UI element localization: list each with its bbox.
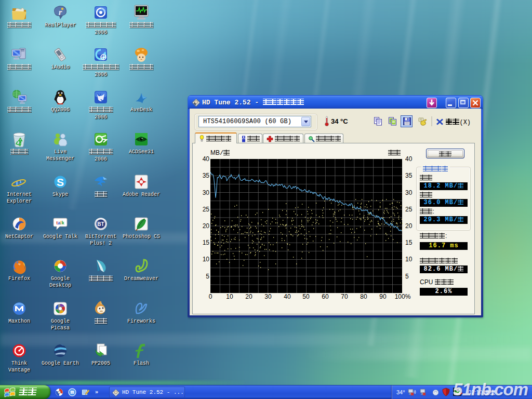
svg-text:S: S bbox=[57, 176, 64, 188]
svg-text:BT: BT bbox=[97, 221, 104, 227]
svg-text:talk: talk bbox=[56, 220, 65, 225]
